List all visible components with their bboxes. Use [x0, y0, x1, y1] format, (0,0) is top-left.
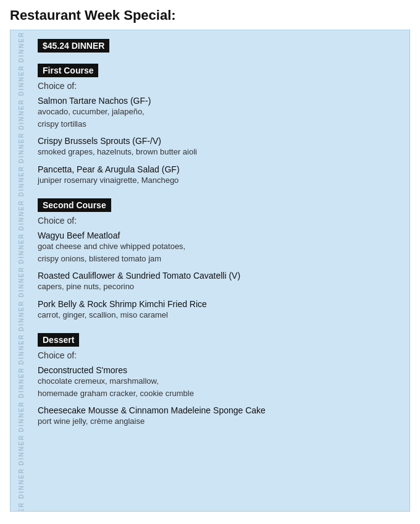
course-badge-1: Second Course — [38, 198, 111, 212]
item-name: Pancetta, Pear & Arugula Salad (GF) — [38, 164, 401, 174]
watermark-4: DINNER — [10, 131, 33, 164]
item-desc: juniper rosemary vinaigrette, Manchego — [38, 174, 401, 187]
item-name: Roasted Cauliflower & Sundried Tomato Ca… — [38, 271, 401, 281]
watermark-8: DINNER — [10, 265, 33, 298]
course-choice-of-1: Choice of: — [38, 216, 401, 226]
page-title: Restaurant Week Special: — [10, 7, 410, 23]
item-name: Cheesecake Mousse & Cinnamon Madeleine S… — [38, 405, 401, 415]
course-choice-of-0: Choice of: — [38, 81, 401, 91]
watermark-5: DINNER — [10, 164, 33, 198]
course-choice-of-2: Choice of: — [38, 350, 401, 360]
menu-item: Deconstructed S'moreschocolate cremeux, … — [38, 365, 401, 399]
item-name: Crispy Brussels Sprouts (GF-/V) — [38, 136, 401, 146]
item-name: Wagyu Beef Meatloaf — [38, 230, 401, 240]
menu-item: Roasted Cauliflower & Sundried Tomato Ca… — [38, 271, 401, 293]
item-desc: goat cheese and chive whipped potatoes,c… — [38, 240, 401, 264]
price-badge: $45.24 DINNER — [38, 39, 109, 53]
watermark-3: DINNER — [10, 98, 33, 131]
menu-container: DINNER DINNER DINNER DINNER DINNER DINNE… — [10, 30, 410, 512]
item-name: Salmon Tartare Nachos (GF-) — [38, 96, 401, 106]
menu-item: Cheesecake Mousse & Cinnamon Madeleine S… — [38, 405, 401, 428]
watermark-9: DINNER — [10, 299, 33, 332]
watermark-6: DINNER — [10, 198, 33, 232]
watermark-15: DINNER — [10, 501, 33, 511]
item-desc: port wine jelly, crème anglaise — [38, 415, 401, 428]
course-badge-0: First Course — [38, 64, 98, 77]
watermark-12: DINNER — [10, 400, 33, 433]
menu-item: Wagyu Beef Meatloafgoat cheese and chive… — [38, 230, 401, 264]
watermark-14: DINNER — [10, 467, 33, 500]
courses-container: First CourseChoice of:Salmon Tartare Nac… — [38, 57, 401, 428]
watermark-13: DINNER — [10, 433, 33, 467]
menu-item: Pancetta, Pear & Arugula Salad (GF)junip… — [38, 164, 401, 187]
watermark-11: DINNER — [10, 366, 33, 399]
watermark-1: DINNER — [10, 30, 33, 64]
watermark-column: DINNER DINNER DINNER DINNER DINNER DINNE… — [10, 30, 33, 511]
item-name: Pork Belly & Rock Shrimp Kimchi Fried Ri… — [38, 299, 401, 309]
menu-item: Pork Belly & Rock Shrimp Kimchi Fried Ri… — [38, 299, 401, 321]
item-desc: smoked grapes, hazelnuts, brown butter a… — [38, 146, 401, 158]
course-badge-2: Dessert — [38, 333, 79, 347]
menu-item: Salmon Tartare Nachos (GF-)avocado, cucu… — [38, 96, 401, 130]
item-desc: capers, pine nuts, pecorino — [38, 281, 401, 293]
item-desc: avocado, cucumber, jalapeño,crispy torti… — [38, 106, 401, 130]
item-desc: carrot, ginger, scallion, miso caramel — [38, 309, 401, 321]
item-name: Deconstructed S'mores — [38, 365, 401, 375]
watermark-2: DINNER — [10, 64, 33, 97]
item-desc: chocolate cremeux, marshmallow,homemade … — [38, 375, 401, 399]
watermark-10: DINNER — [10, 332, 33, 366]
menu-item: Crispy Brussels Sprouts (GF-/V)smoked gr… — [38, 136, 401, 158]
watermark-7: DINNER — [10, 232, 33, 265]
